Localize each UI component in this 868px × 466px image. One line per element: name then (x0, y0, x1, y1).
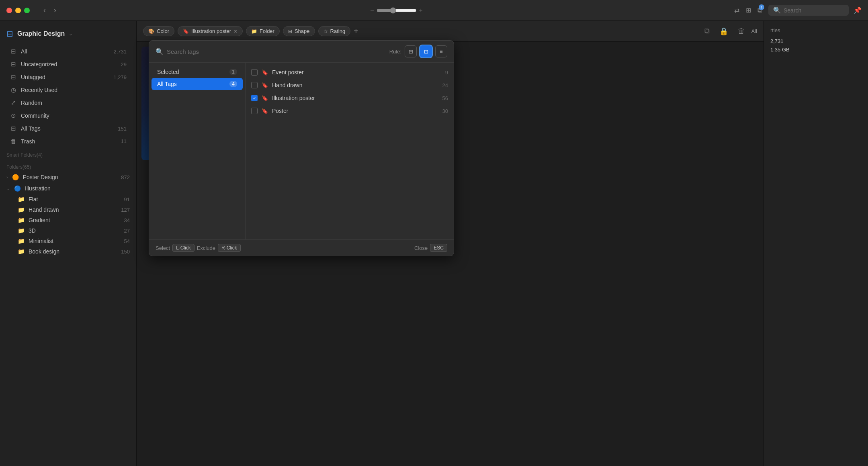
filter-options-icon[interactable]: ⧉ (701, 25, 713, 37)
sidebar-item-all[interactable]: ⊟ All 2,731 (3, 45, 133, 58)
footer-close-hint: Close ESC (414, 244, 447, 252)
color-filter-chip[interactable]: 🎨 Color (143, 26, 174, 36)
tag-dropdown[interactable]: 🔍 Rule: ⊟ ⊡ ≡ Selected 1 All Tags 4 (149, 40, 454, 256)
rule-active-button[interactable]: ⊡ (420, 45, 432, 57)
poster-bookmark-icon: 🔖 (262, 108, 268, 114)
rating-chip-icon: ☆ (323, 29, 328, 34)
all-tags-icon: ⊟ (10, 125, 17, 132)
tag-item-hand-drawn[interactable]: 🔖 Hand drawn 24 (246, 79, 454, 92)
hand-drawn-tag-label: Hand drawn (272, 82, 303, 88)
zoom-plus-icon: + (419, 7, 423, 14)
folder-filter-chip[interactable]: 📁 Folder (246, 26, 280, 36)
tag-search-icon: 🔍 (156, 48, 164, 55)
minimalist-label: Minimalist (29, 238, 53, 244)
event-poster-checkbox[interactable] (251, 69, 258, 76)
pin-button[interactable]: 📌 (854, 6, 862, 14)
minimalist-count: 54 (124, 238, 130, 244)
close-button[interactable] (6, 8, 12, 13)
sidebar-item-random-label: Random (21, 100, 42, 106)
zoom-slider[interactable] (377, 7, 417, 14)
illustration-filter-chip[interactable]: 🔖 Illustration poster ✕ (178, 26, 243, 36)
stat-size-value: 1.35 GB (770, 47, 790, 53)
layout-icon[interactable]: ⊞ (746, 6, 751, 14)
search-input[interactable] (784, 7, 832, 14)
sidebar-item-trash-label: Trash (21, 138, 35, 145)
app-folder-icon: ⊟ (6, 29, 13, 39)
folder-chip-icon: 📁 (251, 29, 257, 34)
sidebar-item-untagged-label: Untagged (21, 74, 45, 80)
illustration-poster-checkbox[interactable] (251, 95, 258, 101)
fullscreen-button[interactable] (24, 8, 30, 13)
sidebar-item-community[interactable]: ⊙ Community (3, 109, 133, 122)
lock-icon[interactable]: 🔒 (716, 25, 731, 37)
rating-filter-chip[interactable]: ☆ Rating (318, 26, 351, 36)
illustration-chevron-icon: ⌄ (6, 186, 10, 191)
tag-dropdown-header: 🔍 Rule: ⊟ ⊡ ≡ (149, 41, 454, 63)
poster-label: Poster (272, 108, 288, 114)
share-icon[interactable]: ⇄ (734, 6, 739, 14)
search-bar[interactable]: 🔍 (768, 5, 849, 16)
sidebar-subfolder-book-design[interactable]: 📁 Book design 150 (0, 246, 136, 257)
illus-chip-icon: 🔖 (183, 29, 189, 34)
hand-drawn-count: 127 (121, 207, 130, 213)
tag-search-input[interactable] (167, 48, 386, 55)
gradient-count: 34 (124, 217, 130, 223)
book-design-folder-icon: 📁 (18, 248, 25, 255)
illustration-folder-icon: 🔵 (14, 185, 21, 192)
sidebar-item-trash[interactable]: 🗑 Trash 11 (3, 135, 133, 147)
illus-chip-close-icon[interactable]: ✕ (233, 29, 237, 34)
zoom-minus-icon: − (370, 7, 374, 14)
tag-item-poster[interactable]: 🔖 Poster 30 (246, 104, 454, 117)
shape-filter-chip[interactable]: ⊟ Shape (283, 26, 315, 36)
selected-label: Selected (157, 69, 179, 75)
sidebar-item-all-tags[interactable]: ⊟ All Tags 151 (3, 122, 133, 135)
sidebar-folder-illustration[interactable]: ⌄ 🔵 Illustration (0, 183, 136, 194)
sidebar-item-random[interactable]: ⤢ Random (3, 96, 133, 109)
rule-copy-button[interactable]: ⊟ (405, 45, 417, 57)
uncategorized-icon: ⊟ (10, 61, 17, 68)
rule-menu-button[interactable]: ≡ (435, 45, 447, 57)
sidebar-item-all-label: All (21, 48, 27, 55)
forward-button[interactable]: › (51, 5, 59, 15)
event-poster-bookmark-icon: 🔖 (262, 69, 268, 76)
delete-icon[interactable]: 🗑 (735, 25, 748, 37)
titlebar-center: − + (63, 7, 729, 14)
tag-item-illustration-poster[interactable]: 🔖 Illustration poster 56 (246, 92, 454, 104)
back-button[interactable]: ‹ (41, 5, 48, 15)
sidebar-subfolder-3d[interactable]: 📁 3D 27 (0, 225, 136, 236)
sidebar-item-all-count: 2,731 (113, 49, 127, 55)
tag-dropdown-footer: Select L-Click Exclude R-Click Close ESC (149, 239, 454, 256)
title-chevron-icon: ⌄ (69, 31, 73, 37)
color-chip-label: Color (157, 28, 169, 34)
sidebar-subfolder-hand-drawn[interactable]: 📁 Hand drawn 127 (0, 204, 136, 215)
sidebar: ⊟ Graphic Design ⌄ ⊟ All 2,731 ⊟ Uncateg… (0, 21, 137, 466)
3d-folder-icon: 📁 (18, 227, 25, 234)
sidebar-subfolder-gradient[interactable]: 📁 Gradient 34 (0, 215, 136, 225)
flat-count: 91 (124, 196, 130, 202)
select-label: Select (156, 245, 170, 251)
footer-select-hint: Select L-Click Exclude R-Click (156, 244, 241, 252)
illustration-poster-label: Illustration poster (272, 95, 315, 101)
random-icon: ⤢ (10, 99, 17, 106)
tag-item-event-poster[interactable]: 🔖 Event poster 9 (246, 66, 454, 79)
hand-drawn-checkbox[interactable] (251, 82, 258, 88)
sidebar-item-recently-used[interactable]: ◷ Recently Used (3, 84, 133, 96)
sidebar-subfolder-minimalist[interactable]: 📁 Minimalist 54 (0, 236, 136, 246)
esc-key: ESC (430, 244, 447, 252)
sidebar-subfolder-flat[interactable]: 📁 Flat 91 (0, 194, 136, 204)
flat-label: Flat (29, 196, 38, 202)
all-label: All (751, 28, 757, 34)
book-design-count: 150 (121, 249, 130, 255)
tag-left-all-tags[interactable]: All Tags 4 (151, 78, 243, 90)
sidebar-item-uncategorized-count: 29 (121, 61, 127, 67)
all-tags-label: All Tags (157, 81, 177, 87)
minimize-button[interactable] (15, 8, 21, 13)
poster-checkbox[interactable] (251, 108, 258, 114)
hand-drawn-label: Hand drawn (29, 206, 59, 213)
add-filter-button[interactable]: + (354, 27, 358, 36)
sidebar-item-untagged[interactable]: ⊟ Untagged 1,279 (3, 71, 133, 84)
tag-left-selected[interactable]: Selected 1 (151, 66, 243, 78)
illus-chip-label: Illustration poster (191, 28, 231, 34)
sidebar-folder-poster-design[interactable]: › 🟠 Poster Design 872 (0, 172, 136, 183)
sidebar-item-uncategorized[interactable]: ⊟ Uncategorized 29 (3, 58, 133, 71)
